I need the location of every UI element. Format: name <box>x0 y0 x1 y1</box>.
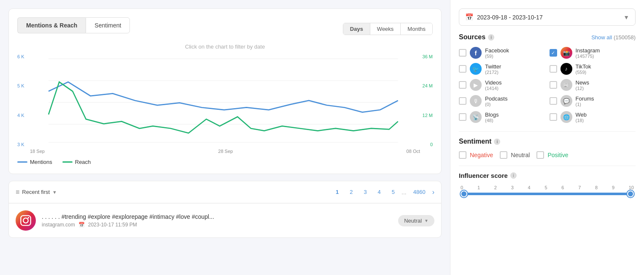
sentiment-title: Sentiment i <box>459 138 500 145</box>
facebook-checkbox[interactable] <box>459 49 466 57</box>
videos-icon: ▶ <box>470 79 482 91</box>
svg-point-7 <box>28 217 30 219</box>
legend-reach: Reach <box>62 159 91 165</box>
twitter-icon: 🐦 <box>470 63 482 75</box>
divider-2 <box>459 166 636 166</box>
chart-svg[interactable] <box>17 54 433 147</box>
sort-button[interactable]: ≡ Recent first ▼ <box>16 188 57 196</box>
chart-hint: Click on the chart to filter by date <box>17 44 433 50</box>
instagram-checkbox[interactable] <box>550 49 557 57</box>
slider-handle-left[interactable] <box>461 191 467 197</box>
date-picker[interactable]: 📅 2023-09-18 - 2023-10-17 ▼ <box>459 8 636 26</box>
sentiment-info-icon[interactable]: i <box>494 139 500 145</box>
source-blogs: 📡 Blogs (48) <box>459 111 545 123</box>
podcasts-count: (0) <box>485 102 507 107</box>
sentiment-badge-button[interactable]: Neutral ▼ <box>398 215 434 226</box>
source-web: 🌐 Web (18) <box>550 111 636 123</box>
blogs-name: Blogs <box>485 112 499 118</box>
calendar-icon: 📅 <box>465 13 474 21</box>
chart-area: 6 K5 K4 K3 K 36 M24 M12 M0 <box>17 54 433 147</box>
influencer-info-icon[interactable]: i <box>510 172 517 179</box>
twitter-checkbox[interactable] <box>459 65 466 73</box>
sort-label: Recent first <box>22 189 50 195</box>
page-3-button[interactable]: 3 <box>359 187 371 197</box>
instagram-name: Instagram <box>576 47 600 54</box>
sentiment-neutral[interactable]: Neutral <box>500 151 530 159</box>
tab-mentions-reach[interactable]: Mentions & Reach <box>17 17 86 33</box>
positive-label: Positive <box>547 152 568 158</box>
feed-date: 2023-10-17 11:59 PM <box>88 222 137 228</box>
blogs-info: Blogs (48) <box>485 112 499 123</box>
web-checkbox[interactable] <box>550 113 557 121</box>
podcasts-info: Podcasts (0) <box>485 95 507 107</box>
period-months[interactable]: Months <box>401 23 432 35</box>
date-picker-chevron-icon: ▼ <box>623 14 629 21</box>
news-icon: 📰 <box>560 79 572 91</box>
feed-header: ≡ Recent first ▼ 1 2 3 4 5 ... 4860 › <box>9 181 441 203</box>
period-weeks[interactable]: Weeks <box>370 23 401 35</box>
avatar <box>16 210 36 231</box>
source-videos: ▶ Videos (1414) <box>459 79 545 91</box>
sidebar: 📅 2023-09-18 - 2023-10-17 ▼ Sources i Sh… <box>450 0 644 275</box>
tiktok-checkbox[interactable] <box>550 65 557 73</box>
twitter-info: Twitter (2172) <box>485 63 501 75</box>
feed-content: . . . . . . #trending #explore #explorep… <box>42 213 392 228</box>
sort-icon: ≡ <box>16 188 19 196</box>
neutral-checkbox[interactable] <box>500 151 507 159</box>
podcasts-checkbox[interactable] <box>459 97 466 105</box>
news-checkbox[interactable] <box>550 81 557 89</box>
source-news: 📰 News (12) <box>550 79 636 91</box>
web-info: Web (18) <box>576 112 587 123</box>
sentiment-positive[interactable]: Positive <box>536 151 568 159</box>
tiktok-icon: ♪ <box>560 63 572 75</box>
videos-checkbox[interactable] <box>459 81 466 89</box>
positive-checkbox[interactable] <box>536 151 544 159</box>
negative-checkbox[interactable] <box>459 151 466 159</box>
sentiment-options: Negative Neutral Positive <box>459 151 636 159</box>
show-all-button[interactable]: Show all (150058) <box>591 34 636 41</box>
sources-header: Sources i Show all (150058) <box>459 33 636 41</box>
sources-info-icon[interactable]: i <box>488 34 494 41</box>
blogs-count: (48) <box>485 118 499 123</box>
page-next-button[interactable]: › <box>432 188 434 196</box>
mentions-line <box>17 161 27 163</box>
slider-handle-right[interactable] <box>627 191 634 197</box>
instagram-count: (145775) <box>576 54 600 59</box>
page-1-button[interactable]: 1 <box>331 187 343 197</box>
page-5-button[interactable]: 5 <box>388 187 399 197</box>
chart-legend: Mentions Reach <box>17 159 433 165</box>
page-2-button[interactable]: 2 <box>345 187 357 197</box>
page-4-button[interactable]: 4 <box>374 187 385 197</box>
source-forums: 💬 Forums (1) <box>550 95 636 107</box>
news-name: News <box>576 79 590 86</box>
influencer-title: Influencer score <box>459 172 508 179</box>
feed-text: . . . . . . #trending #explore #explorep… <box>42 213 286 220</box>
svg-point-6 <box>23 218 28 223</box>
forums-count: (1) <box>576 102 594 107</box>
sentiment-negative[interactable]: Negative <box>459 151 493 159</box>
news-count: (12) <box>576 86 590 91</box>
facebook-count: (59) <box>485 54 509 59</box>
slider-track[interactable] <box>461 193 634 195</box>
web-name: Web <box>576 112 587 118</box>
podcasts-name: Podcasts <box>485 95 507 102</box>
facebook-info: Facebook (59) <box>485 47 509 59</box>
tiktok-info: TikTok (559) <box>576 63 591 75</box>
tab-sentiment[interactable]: Sentiment <box>86 17 130 33</box>
blogs-checkbox[interactable] <box>459 113 466 121</box>
influencer-section: Influencer score i 012345678910 <box>459 172 636 195</box>
period-days[interactable]: Days <box>343 23 370 35</box>
reach-line <box>62 161 73 163</box>
tiktok-count: (559) <box>576 70 591 75</box>
web-icon: 🌐 <box>560 111 572 123</box>
sources-title: Sources i <box>459 33 494 41</box>
svg-rect-5 <box>21 215 30 225</box>
feed-source: instagram.com <box>42 222 75 228</box>
forums-checkbox[interactable] <box>550 97 557 105</box>
page-last-button[interactable]: 4860 <box>409 187 430 197</box>
feed-date-icon: 📅 <box>78 222 85 228</box>
source-instagram: 📸 Instagram (145775) <box>550 47 636 59</box>
pagination: 1 2 3 4 5 ... 4860 › <box>331 187 434 197</box>
x-axis: 18 Sep28 Sep08 Oct <box>17 149 433 154</box>
twitter-name: Twitter <box>485 63 501 70</box>
